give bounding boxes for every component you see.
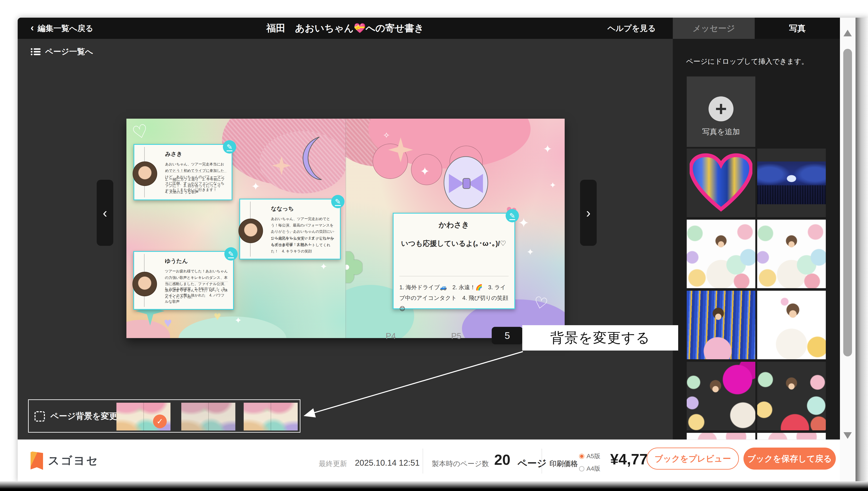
photo-idol-balloons-1[interactable] xyxy=(687,220,755,288)
book-spread: ♡ ♡ ✦ ✦ ♥ ♥ ♥ xyxy=(127,119,565,338)
pages-label: 製本時のページ数 xyxy=(432,459,489,468)
white-sparkle: ✦ xyxy=(543,144,552,154)
scrollbar-track[interactable] xyxy=(840,18,856,482)
card-author: かわさき xyxy=(394,220,514,230)
background-option-3[interactable] xyxy=(244,403,298,431)
divider xyxy=(541,449,542,473)
prev-spread-button[interactable]: ‹ xyxy=(97,180,113,246)
chevron-left-icon: ‹ xyxy=(103,205,107,221)
size-option-a5[interactable]: A5版 xyxy=(579,452,600,460)
avatar xyxy=(133,162,157,186)
selection-marquee-icon xyxy=(34,411,45,422)
annotation-change-background: 背景を変更する xyxy=(522,325,678,350)
tab-messages[interactable]: メッセージ xyxy=(673,18,755,39)
ribbon-bow-decoration xyxy=(444,156,488,209)
card-favorites: 1. お悩み相談室 2. 5年目です！ 3. ウインクで撃ち抜かれた 4. パワ… xyxy=(165,282,228,305)
message-card-nanacchi[interactable]: ✎ ななっち あおいちゃん、ツアー完走おめでとう！毎公演、最高のパフォーマンスを… xyxy=(239,199,341,260)
scrollbar-up-arrow[interactable] xyxy=(843,30,852,36)
card-favorites: 1. 一緒にゲーム実況！ 2. デビューからの古参です 3. 指ハートしてくれた… xyxy=(271,231,335,255)
edit-pencil-icon[interactable]: ✎ xyxy=(224,247,237,261)
scrollbar-down-arrow[interactable] xyxy=(843,432,852,439)
message-card-misaki[interactable]: ✎ みさき あおいちゃん、ツアー完走本当におめでとう！初めてライブに参加したけど… xyxy=(134,144,232,200)
edit-pencil-icon[interactable]: ✎ xyxy=(223,140,236,153)
message-card-yuutan[interactable]: ✎ ゆうたん ツアーお疲れ様でした！あおいちゃんの力強い歌声とキレキレのダンス、… xyxy=(133,251,234,310)
list-icon xyxy=(31,48,40,56)
app-window: ‹ 編集一覧へ戻る 福田 あおいちゃん💝への寄せ書き ヘルプを見る メッセージ … xyxy=(18,18,868,482)
editor-canvas-area: ページ一覧へ ♡ ♡ ✦ ✦ xyxy=(18,39,673,439)
last-updated-value: 2025.10.14 12:51 xyxy=(355,458,420,467)
background-option-2[interactable] xyxy=(181,403,235,431)
white-sparkle: ✧ xyxy=(383,131,390,139)
divider xyxy=(423,449,423,473)
card-favorites: 1. 一緒にカフェ巡り 2. 半年前にファンに！ 3. 目が合ってにっこり 4.… xyxy=(165,172,227,195)
pages-unit: ページ xyxy=(517,457,547,470)
next-spread-button[interactable]: › xyxy=(580,180,597,246)
heart-decoration: ♥ xyxy=(214,310,221,322)
photo-heart-framed-portrait[interactable] xyxy=(687,149,755,217)
sugoyose-logo-icon xyxy=(31,452,43,470)
photo-idol-magenta-balloon[interactable] xyxy=(687,362,755,430)
pink-cloud-decoration xyxy=(127,320,170,338)
photo-idol-partial-2[interactable] xyxy=(757,433,826,439)
add-photo-button[interactable]: + 写真を追加 xyxy=(687,77,755,147)
page-list-link[interactable]: ページ一覧へ xyxy=(31,46,93,57)
photo-panel: ページにドロップして挿入できます。 + 写真を追加 xyxy=(673,39,840,439)
page-background-selector: ページ背景を変更 ✓ xyxy=(28,399,301,433)
white-sparkle: ✦ xyxy=(320,262,328,271)
card-author: みさき xyxy=(165,150,182,158)
chevron-left-icon: ‹ xyxy=(31,23,34,33)
plus-icon: + xyxy=(708,96,733,121)
card-favorites: 1. 海外ドライブ🚙 2. 永遠！🌈 3. ライブ中のアイコンタクト 4. 飛び… xyxy=(399,276,508,314)
heart-outline-decoration: ♡ xyxy=(130,121,150,142)
card-author: ゆうたん xyxy=(165,257,188,265)
back-to-edit-list-link[interactable]: ‹ 編集一覧へ戻る xyxy=(31,18,93,39)
last-updated-label: 最終更新 xyxy=(319,459,347,468)
white-sparkle: ✦ xyxy=(526,248,534,257)
flower-decoration xyxy=(345,252,362,283)
edit-pencil-icon[interactable]: ✎ xyxy=(331,195,344,208)
white-sparkle: ✦ xyxy=(234,316,242,325)
card-author: ななっち xyxy=(271,205,294,212)
photo-concert-stage[interactable] xyxy=(757,149,826,217)
page-number-box[interactable]: 5 xyxy=(492,327,523,344)
page-title: 福田 あおいちゃん💝への寄せ書き xyxy=(266,18,424,39)
scrollbar-thumb[interactable] xyxy=(843,49,852,356)
print-price-label: 印刷価格 xyxy=(550,459,578,468)
brand-name: スゴヨセ xyxy=(48,453,99,468)
chevron-right-icon: › xyxy=(586,205,590,221)
screen: ‹ 編集一覧へ戻る 福田 あおいちゃん💝への寄せ書き ヘルプを見る メッセージ … xyxy=(0,0,868,491)
white-sparkle: ✦ xyxy=(549,181,556,189)
size-option-a4[interactable]: A4版 xyxy=(579,464,600,473)
photo-idol-partial-1[interactable] xyxy=(687,433,755,439)
photo-idol-tiara[interactable] xyxy=(757,291,826,359)
radio-selected-icon xyxy=(579,454,584,459)
edit-pencil-icon[interactable]: ✎ xyxy=(506,209,519,222)
white-sparkle: ✦ xyxy=(251,181,260,192)
white-sparkle: ✦ xyxy=(518,216,529,230)
message-card-kawasaki[interactable]: ✎ かわさき いつも応援しているよ(｡･ω･｡)/♡ 1. 海外ドライブ🚙 2.… xyxy=(393,213,515,309)
tab-photos[interactable]: 写真 xyxy=(755,18,840,39)
crescent-moon-decoration xyxy=(301,136,325,180)
add-photo-label: 写真を追加 xyxy=(687,127,755,137)
radio-unselected-icon xyxy=(579,466,584,471)
avatar xyxy=(239,219,263,243)
photo-idol-balloons-2[interactable] xyxy=(757,220,826,288)
back-label: 編集一覧へ戻る xyxy=(38,23,93,34)
selector-label: ページ背景を変更 xyxy=(50,400,117,432)
preview-book-button[interactable]: ブックをプレビュー xyxy=(647,447,739,470)
selected-check-icon: ✓ xyxy=(153,414,167,428)
bottom-bar: スゴヨセ 最終更新 2025.10.14 12:51 製本時のページ数 20 ペ… xyxy=(18,439,840,482)
top-bar: ‹ 編集一覧へ戻る 福田 あおいちゃん💝への寄せ書き ヘルプを見る メッセージ … xyxy=(18,18,868,39)
help-link[interactable]: ヘルプを見る xyxy=(608,18,656,39)
page-label-right: P5 xyxy=(451,331,461,341)
pages-count: 20 xyxy=(494,452,510,468)
window-edge xyxy=(856,18,868,482)
photo-idol-blue-tinsel[interactable] xyxy=(687,291,755,359)
photo-idol-red-skirt[interactable] xyxy=(757,362,826,430)
heart-decoration: ♥ xyxy=(164,316,172,329)
drop-hint: ページにドロップして挿入できます。 xyxy=(686,57,808,66)
save-book-button[interactable]: ブックを保存して戻る xyxy=(744,447,836,470)
page-label-left: P4 xyxy=(386,331,396,341)
avatar xyxy=(133,272,157,296)
card-message: いつも応援しているよ(｡･ω･｡)/♡ xyxy=(401,238,508,249)
